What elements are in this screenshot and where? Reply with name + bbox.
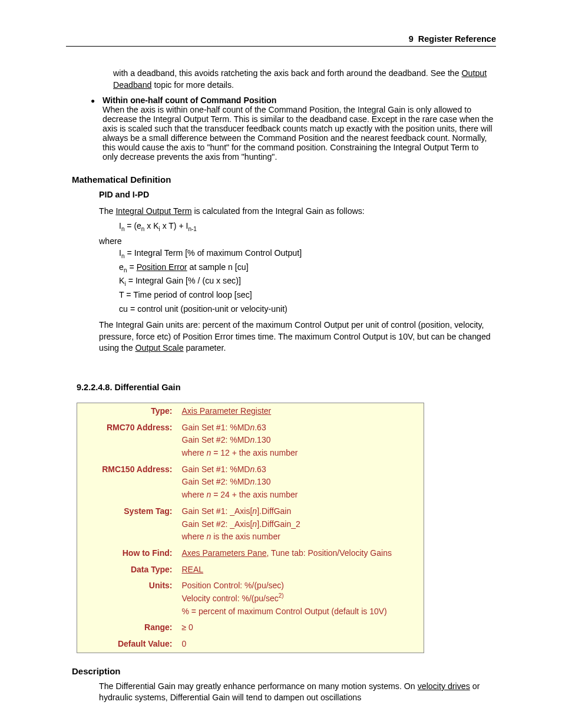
def-T: T = Time period of control loop [sec] bbox=[119, 289, 496, 301]
table-label: System Tag: bbox=[77, 503, 177, 545]
header-chapter: 9 bbox=[409, 34, 414, 44]
text: The bbox=[99, 206, 115, 216]
text: with a deadband, this avoids ratcheting … bbox=[113, 68, 462, 78]
table-label: Default Value: bbox=[77, 636, 177, 653]
table-label: RMC150 Address: bbox=[77, 462, 177, 503]
text: parameter. bbox=[184, 343, 226, 353]
table-label: How to Find: bbox=[77, 545, 177, 562]
table-row: RMC70 Address:Gain Set #1: %MDn.63Gain S… bbox=[77, 420, 424, 462]
heading-mathematical-definition: Mathematical Definition bbox=[72, 174, 496, 185]
table-label: Type: bbox=[77, 403, 177, 420]
subsec-number: 9.2.2.4.8. bbox=[77, 383, 112, 392]
text: = Integral Term [% of maximum Control Ou… bbox=[127, 248, 302, 258]
table-value: Gain Set #1: _Axis[n].DiffGainGain Set #… bbox=[177, 503, 424, 545]
table-value: Axis Parameter Register bbox=[177, 403, 424, 420]
link-integral-output-term[interactable]: Integral Output Term bbox=[115, 206, 191, 216]
bullet-icon: ● bbox=[88, 95, 103, 107]
definition-list: In = Integral Term [% of maximum Control… bbox=[119, 248, 496, 315]
text: The Differential Gain may greatly enhanc… bbox=[99, 681, 418, 691]
table-row: How to Find:Axes Parameters Pane, Tune t… bbox=[77, 545, 424, 562]
intro-paragraph: with a deadband, this avoids ratcheting … bbox=[113, 68, 496, 91]
text: = bbox=[129, 262, 136, 272]
def-In: In = Integral Term [% of maximum Control… bbox=[119, 248, 496, 259]
subsec-title: Differential Gain bbox=[115, 383, 181, 392]
info-table: Type:Axis Parameter RegisterRMC70 Addres… bbox=[77, 403, 424, 653]
def-Ki: Ki = Integral Gain [% / (cu x sec)] bbox=[119, 275, 496, 287]
page-header: 9 Register Reference bbox=[66, 34, 496, 47]
table-value: Position Control: %/(pu/sec)Velocity con… bbox=[177, 578, 424, 620]
link-position-error[interactable]: Position Error bbox=[137, 262, 187, 272]
bullet-item: ● Within one-half count of Command Posit… bbox=[88, 95, 496, 162]
table-label: RMC70 Address: bbox=[77, 420, 177, 462]
table-row: System Tag:Gain Set #1: _Axis[n].DiffGai… bbox=[77, 503, 424, 545]
table-label: Units: bbox=[77, 578, 177, 620]
description-paragraph: The Differential Gain may greatly enhanc… bbox=[99, 681, 496, 704]
table-row: Units:Position Control: %/(pu/sec)Veloci… bbox=[77, 578, 424, 620]
formula: In = (en x Ki x T) + In-1 bbox=[119, 220, 496, 232]
def-cu: cu = control unit (position-unit or velo… bbox=[119, 304, 496, 315]
text: topic for more details. bbox=[151, 80, 234, 90]
math-lead: The Integral Output Term is calculated f… bbox=[99, 206, 496, 218]
page-body: with a deadband, this avoids ratcheting … bbox=[66, 68, 496, 704]
table-value: REAL bbox=[177, 562, 424, 578]
table-value: Axes Parameters Pane, Tune tab: Position… bbox=[177, 545, 424, 562]
table-row: Data Type:REAL bbox=[77, 562, 424, 578]
table-row: Range:≥ 0 bbox=[77, 620, 424, 636]
text: is calculated from the Integral Gain as … bbox=[191, 206, 364, 216]
text: at sample n [cu] bbox=[187, 262, 249, 272]
header-title: Register Reference bbox=[418, 34, 496, 44]
bullet-title: Within one-half count of Command Positio… bbox=[103, 95, 276, 105]
table-row: RMC150 Address:Gain Set #1: %MDn.63Gain … bbox=[77, 462, 424, 503]
table-value: 0 bbox=[177, 636, 424, 653]
math-trail: The Integral Gain units are: percent of … bbox=[99, 319, 496, 354]
subsection-heading: 9.2.2.4.8. Differential Gain bbox=[77, 381, 496, 393]
where-label: where bbox=[99, 236, 496, 248]
link-velocity-drives[interactable]: velocity drives bbox=[418, 681, 470, 691]
bullet-body-text: When the axis is within one-half count o… bbox=[103, 105, 494, 162]
table-row: Default Value:0 bbox=[77, 636, 424, 653]
table-label: Range: bbox=[77, 620, 177, 636]
table-value: ≥ 0 bbox=[177, 620, 424, 636]
text: = Integral Gain [% / (cu x sec)] bbox=[128, 276, 241, 285]
table-value: Gain Set #1: %MDn.63Gain Set #2: %MDn.13… bbox=[177, 420, 424, 462]
heading-description: Description bbox=[72, 666, 496, 676]
table-value: Gain Set #1: %MDn.63Gain Set #2: %MDn.13… bbox=[177, 462, 424, 503]
table-row: Type:Axis Parameter Register bbox=[77, 403, 424, 420]
def-en: en = Position Error at sample n [cu] bbox=[119, 262, 496, 274]
subheading-pid: PID and I-PD bbox=[99, 189, 496, 201]
table-label: Data Type: bbox=[77, 562, 177, 578]
link-output-scale[interactable]: Output Scale bbox=[135, 343, 184, 353]
